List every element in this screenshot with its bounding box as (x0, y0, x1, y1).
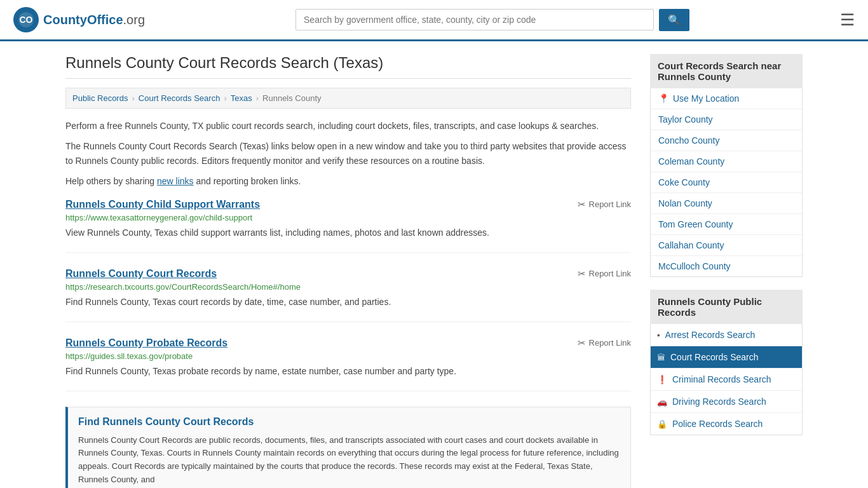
report-icon-2: ✂ (578, 268, 586, 280)
result-desc-2: Find Runnels County, Texas court records… (65, 295, 631, 309)
result-item-1: Runnels County Child Support Warrants ✂ … (65, 199, 631, 253)
nearby-county-5[interactable]: Nolan County (651, 193, 802, 214)
result-desc-3: Find Runnels County, Texas probate recor… (65, 365, 631, 378)
breadcrumb: Public Records › Court Records Search › … (65, 88, 631, 109)
pr-item-police[interactable]: 🔒 Police Records Search (651, 413, 802, 435)
result-url-1[interactable]: https://www.texasattorneygeneral.gov/chi… (65, 213, 631, 222)
desc3-post: and reporting broken links. (194, 176, 301, 186)
report-icon-1: ✂ (578, 199, 586, 210)
description-3: Help others by sharing new links and rep… (65, 174, 631, 188)
site-header: CO CountyOffice.org 🔍 ☰ (0, 0, 868, 41)
report-link-3[interactable]: ✂ Report Link (578, 337, 631, 349)
description-block: Perform a free Runnels County, TX public… (65, 119, 631, 189)
breadcrumb-public-records[interactable]: Public Records (72, 93, 128, 103)
nearby-county-1[interactable]: Taylor County (651, 109, 802, 130)
nearby-county-6[interactable]: Tom Green County (651, 214, 802, 235)
result-url-2[interactable]: https://research.txcourts.gov/CourtRecor… (65, 282, 631, 292)
search-button[interactable]: 🔍 (659, 9, 689, 31)
nearby-section: Court Records Search near Runnels County… (650, 54, 803, 277)
description-2: The Runnels County Court Records Search … (65, 139, 631, 168)
bc-sep-2: › (224, 93, 226, 103)
use-location-link[interactable]: Use My Location (673, 93, 739, 104)
logo-icon: CO (13, 6, 39, 33)
police-icon: 🔒 (657, 419, 667, 429)
result-url-3[interactable]: https://guides.sll.texas.gov/probate (65, 351, 631, 361)
pr-item-court[interactable]: 🏛 Court Records Search (651, 346, 802, 369)
find-section-content: Runnels County Court Records are public … (78, 434, 620, 487)
criminal-icon: ❗ (657, 375, 667, 384)
nearby-county-8[interactable]: McCulloch County (651, 256, 802, 276)
find-section-title: Find Runnels County Court Records (78, 416, 620, 428)
result-item-3: Runnels County Probate Records ✂ Report … (65, 337, 631, 391)
hamburger-menu-button[interactable]: ☰ (840, 10, 855, 30)
bc-sep-1: › (132, 93, 134, 103)
content-area: Runnels County Court Records Search (Tex… (65, 54, 631, 488)
sidebar: Court Records Search near Runnels County… (650, 54, 803, 488)
result-title-2[interactable]: Runnels County Court Records (65, 268, 217, 280)
page-title: Runnels County Court Records Search (Tex… (65, 54, 631, 79)
result-title-1[interactable]: Runnels County Child Support Warrants (65, 199, 260, 210)
pr-item-driving[interactable]: 🚗 Driving Records Search (651, 391, 802, 413)
nearby-county-4[interactable]: Coke County (651, 172, 802, 193)
report-link-1[interactable]: ✂ Report Link (578, 199, 631, 210)
search-area: 🔍 (295, 9, 689, 31)
report-link-2[interactable]: ✂ Report Link (578, 268, 631, 280)
driving-icon: 🚗 (657, 397, 667, 407)
desc3-pre: Help others by sharing (65, 176, 157, 186)
location-pin-icon: 📍 (658, 93, 669, 104)
main-container: Runnels County Court Records Search (Tex… (53, 41, 815, 488)
new-links-link[interactable]: new links (157, 176, 194, 186)
find-section: Find Runnels County Court Records Runnel… (65, 407, 631, 488)
court-icon: 🏛 (657, 353, 665, 362)
search-input[interactable] (295, 9, 654, 30)
pr-item-criminal[interactable]: ❗ Criminal Records Search (651, 369, 802, 391)
nearby-county-3[interactable]: Coleman County (651, 151, 802, 172)
public-records-section: Runnels County Public Records ▪ Arrest R… (650, 290, 803, 435)
result-item-2: Runnels County Court Records ✂ Report Li… (65, 268, 631, 322)
breadcrumb-texas[interactable]: Texas (231, 93, 252, 103)
arrest-icon: ▪ (657, 330, 660, 340)
logo-text: CountyOffice.org (43, 13, 145, 27)
description-1: Perform a free Runnels County, TX public… (65, 119, 631, 133)
breadcrumb-court-records[interactable]: Court Records Search (139, 93, 220, 103)
nearby-county-2[interactable]: Concho County (651, 130, 802, 151)
svg-text:CO: CO (20, 15, 33, 25)
result-title-3[interactable]: Runnels County Probate Records (65, 337, 227, 349)
breadcrumb-runnels: Runnels County (262, 93, 322, 103)
result-desc-1: View Runnels County, Texas child support… (65, 226, 631, 240)
bc-sep-3: › (256, 93, 259, 103)
report-icon-3: ✂ (578, 337, 586, 349)
logo[interactable]: CO CountyOffice.org (13, 6, 145, 33)
nearby-county-7[interactable]: Callahan County (651, 235, 802, 256)
use-location-item[interactable]: 📍 Use My Location (651, 88, 802, 109)
public-records-title: Runnels County Public Records (650, 290, 803, 324)
nearby-list: 📍 Use My Location Taylor County Concho C… (650, 88, 803, 277)
pr-item-arrest[interactable]: ▪ Arrest Records Search (651, 324, 802, 346)
nearby-section-title: Court Records Search near Runnels County (650, 54, 803, 88)
public-records-list: ▪ Arrest Records Search 🏛 Court Records … (650, 324, 803, 435)
